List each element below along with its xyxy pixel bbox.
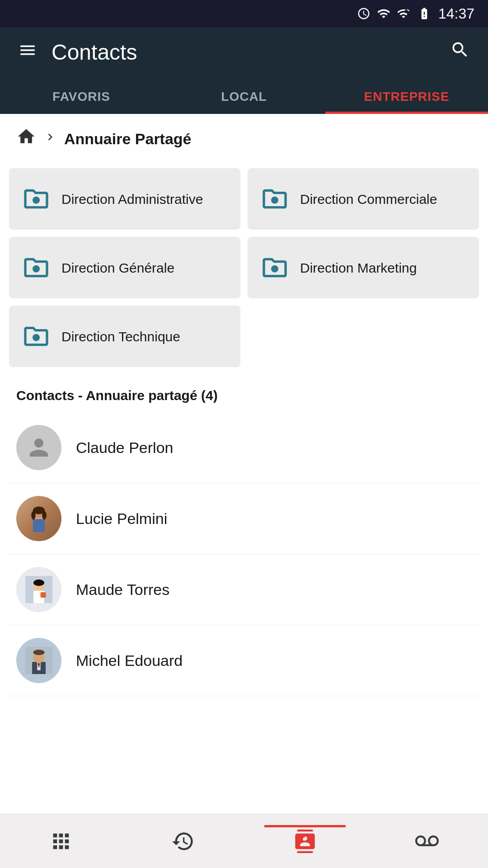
contact-item-maude[interactable]: Maude Torres (9, 554, 479, 625)
contact-name-maude: Maude Torres (76, 581, 169, 599)
folder-icon (260, 253, 289, 282)
contact-name-michel: Michel Edouard (76, 652, 183, 670)
bottom-nav-history[interactable] (158, 825, 208, 858)
contacts-icon (293, 830, 317, 853)
dir-card-technique[interactable]: Direction Technique (9, 306, 240, 367)
svg-rect-14 (41, 592, 46, 598)
dir-card-administrative[interactable]: Direction Administrative (9, 168, 240, 230)
dir-card-commerciale[interactable]: Direction Commerciale (248, 168, 479, 230)
svg-point-9 (31, 511, 36, 519)
bottom-nav-apps[interactable] (36, 825, 86, 858)
folder-icon (22, 184, 51, 213)
contact-item-michel[interactable]: Michel Edouard (9, 625, 479, 696)
search-icon[interactable] (450, 40, 470, 64)
tab-entreprise[interactable]: ENTREPRISE (325, 77, 488, 114)
header-left: Contacts (18, 40, 137, 65)
directory-grid: Direction Administrative Direction Comme… (0, 164, 488, 372)
bottom-nav-voicemail[interactable] (402, 825, 452, 858)
svg-point-1 (271, 197, 278, 204)
dir-card-marketing[interactable]: Direction Marketing (248, 237, 479, 298)
bottom-navigation (0, 814, 488, 868)
battery-icon (417, 7, 432, 20)
folder-icon (260, 184, 289, 213)
svg-point-2 (33, 265, 40, 273)
wifi-icon (377, 7, 390, 20)
folder-icon (22, 322, 51, 351)
app-header: Contacts (0, 27, 488, 77)
svg-point-21 (33, 650, 44, 655)
contact-list: Claude Perlon Lucie Pelmini (0, 412, 488, 696)
tab-favoris[interactable]: FAVORIS (0, 77, 163, 114)
folder-icon (22, 253, 51, 282)
contact-name-claude: Claude Perlon (76, 439, 173, 457)
history-icon (171, 830, 195, 853)
dir-label-marketing: Direction Marketing (300, 259, 417, 277)
breadcrumb-current: Annuaire Partagé (64, 130, 192, 148)
active-tab-indicator (264, 825, 346, 827)
avatar-claude (16, 425, 61, 470)
dir-label-commerciale: Direction Commerciale (300, 190, 437, 208)
dir-label-technique: Direction Technique (61, 328, 180, 345)
dir-label-generale: Direction Générale (61, 259, 174, 277)
svg-point-3 (271, 265, 278, 273)
svg-rect-6 (33, 519, 45, 532)
svg-point-10 (42, 511, 47, 519)
contacts-section-header: Contacts - Annuaire partagé (4) (0, 372, 488, 412)
contact-item-lucie[interactable]: Lucie Pelmini (9, 483, 479, 554)
status-bar: 14:37 (0, 0, 488, 27)
svg-point-4 (33, 334, 40, 341)
svg-point-15 (33, 580, 44, 586)
bottom-nav-contacts[interactable] (280, 825, 330, 858)
signal-icon (397, 7, 410, 20)
svg-point-0 (33, 197, 40, 204)
tab-bar: FAVORIS LOCAL ENTREPRISE (0, 77, 488, 114)
status-icons: 14:37 (357, 5, 474, 22)
breadcrumb: Annuaire Partagé (0, 114, 488, 164)
status-time: 14:37 (438, 5, 474, 22)
menu-icon[interactable] (18, 41, 37, 64)
tab-local[interactable]: LOCAL (163, 77, 325, 114)
alarm-icon (357, 7, 371, 20)
avatar-maude (16, 567, 61, 612)
home-icon[interactable] (16, 127, 36, 151)
contact-name-lucie: Lucie Pelmini (76, 510, 167, 528)
dir-card-generale[interactable]: Direction Générale (9, 237, 240, 298)
apps-icon (49, 830, 73, 853)
dir-label-administrative: Direction Administrative (61, 190, 203, 208)
avatar-michel (16, 638, 61, 683)
chevron-right-icon (43, 127, 57, 151)
voicemail-icon (415, 830, 439, 853)
avatar-lucie (16, 496, 61, 541)
contact-item-claude[interactable]: Claude Perlon (9, 412, 479, 483)
app-title: Contacts (52, 40, 137, 65)
